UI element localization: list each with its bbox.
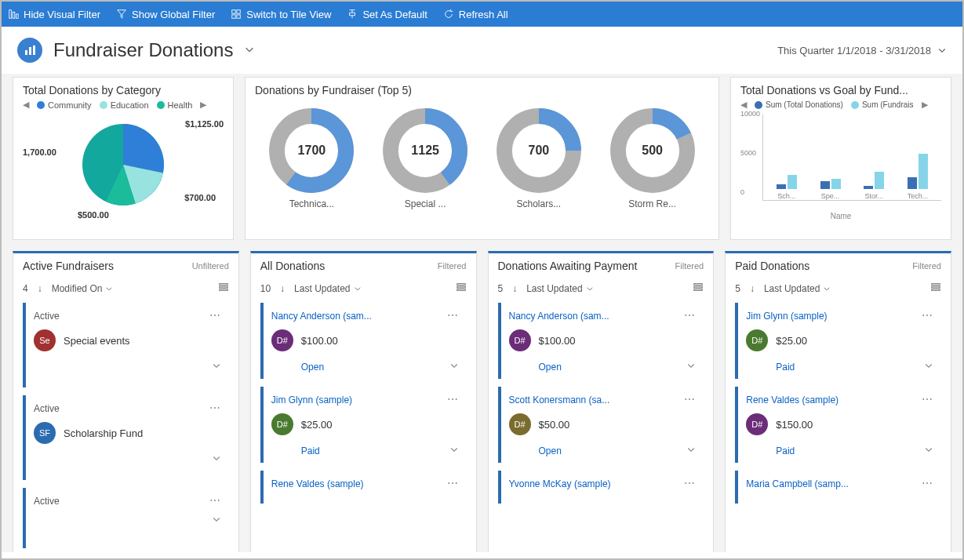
card-title: Total Donations by Category <box>23 84 224 96</box>
donor-link[interactable]: Maria Campbell (samp... <box>746 478 933 489</box>
grid-icon <box>231 9 242 20</box>
chevron-down-icon[interactable] <box>212 361 221 373</box>
legend-next[interactable]: ▶ <box>922 100 928 110</box>
more-icon[interactable]: ⋯ <box>447 477 459 489</box>
view-toggle-icon[interactable] <box>218 282 229 295</box>
svg-rect-20 <box>220 286 228 288</box>
chevron-down-icon[interactable] <box>686 445 696 456</box>
list-item[interactable]: ⋯ Active <box>23 488 227 548</box>
more-icon[interactable]: ⋯ <box>209 402 221 414</box>
donor-link[interactable]: Jim Glynn (sample) <box>271 395 459 405</box>
donor-link[interactable]: Jim Glynn (sample) <box>746 311 933 322</box>
filter-state: Filtered <box>438 261 467 271</box>
svg-rect-3 <box>232 10 235 13</box>
view-toggle-icon[interactable] <box>693 282 704 295</box>
amount: $150.00 <box>776 419 813 431</box>
list-item[interactable]: ⋯ Yvonne McKay (sample) <box>498 471 703 504</box>
bar-label: Tech... <box>908 192 929 200</box>
list-item[interactable]: ⋯ Rene Valdes (sample) D# $150.00 Paid <box>735 387 940 463</box>
sort-arrow-icon[interactable]: ↓ <box>38 283 42 294</box>
list-body: ⋯ Nancy Anderson (sam... D# $100.00 Open… <box>498 303 704 548</box>
bar-label: Sch... <box>777 192 795 200</box>
card-donations-by-category[interactable]: Total Donations by Category ◀ Community … <box>13 77 234 240</box>
state-link[interactable]: Paid <box>746 445 795 456</box>
card-donations-by-fundraiser[interactable]: Donations by Fundraiser (Top 5) 1700 Tec… <box>245 77 719 240</box>
list-item[interactable]: ⋯ Nancy Anderson (sam... D# $100.00 Open <box>498 303 703 379</box>
donor-link[interactable]: Yvonne McKay (sample) <box>509 478 697 489</box>
date-range-picker[interactable]: This Quarter 1/1/2018 - 3/31/2018 <box>777 45 947 56</box>
refresh-all-button[interactable]: Refresh All <box>443 9 508 20</box>
more-icon[interactable]: ⋯ <box>447 393 459 405</box>
count: 5 <box>498 283 504 294</box>
chevron-down-icon[interactable] <box>449 445 459 456</box>
chevron-down-icon <box>586 285 594 293</box>
x-axis-label: Name <box>740 212 941 220</box>
chevron-down-icon[interactable] <box>686 361 696 373</box>
sort-arrow-icon[interactable]: ↓ <box>512 283 517 294</box>
donor-link[interactable]: Nancy Anderson (sam... <box>509 311 697 322</box>
pie-chart: $1,125.00 $700.00 $500.00 1,700.00 <box>23 110 224 220</box>
legend-prev[interactable]: ◀ <box>740 100 747 110</box>
sort-button[interactable]: Last Updated <box>526 283 593 294</box>
more-icon[interactable]: ⋯ <box>922 477 933 489</box>
donor-link[interactable]: Nancy Anderson (sam... <box>271 311 459 322</box>
fundraiser-name: Scholarship Fund <box>64 427 143 439</box>
more-icon[interactable]: ⋯ <box>684 309 696 322</box>
sort-button[interactable]: Modified On <box>52 283 114 294</box>
more-icon[interactable]: ⋯ <box>209 309 221 322</box>
donor-link[interactable]: Rene Valdes (sample) <box>271 478 459 489</box>
sort-arrow-icon[interactable]: ↓ <box>750 283 755 294</box>
sort-button[interactable]: Last Updated <box>764 283 831 294</box>
sort-arrow-icon[interactable]: ↓ <box>280 283 285 294</box>
list-item[interactable]: ⋯ Jim Glynn (sample) D# $25.00 Paid <box>260 387 465 463</box>
list-item[interactable]: ⋯ Rene Valdes (sample) <box>260 471 465 504</box>
donut[interactable]: 700 Scholars... <box>496 107 582 209</box>
list-item[interactable]: ⋯ Scott Konersmann (sa... D# $50.00 Open <box>498 387 703 463</box>
page-title: Fundraiser Donations <box>53 39 233 61</box>
list-title: Active Fundraisers <box>23 260 114 272</box>
donor-link[interactable]: Scott Konersmann (sa... <box>509 395 697 405</box>
card-donations-vs-goal[interactable]: Total Donations vs Goal by Fund... ◀ Sum… <box>730 77 951 240</box>
label: Hide Visual Filter <box>24 9 100 20</box>
list-title: All Donations <box>260 260 326 272</box>
donut-caption: Special ... <box>405 198 446 209</box>
donut[interactable]: 1700 Technica... <box>268 107 355 209</box>
more-icon[interactable]: ⋯ <box>684 393 696 405</box>
state-link[interactable]: Open <box>271 362 324 373</box>
tile-view-button[interactable]: Switch to Tile View <box>231 9 331 20</box>
filter-state: Unfiltered <box>192 261 229 271</box>
chevron-down-icon[interactable] <box>212 453 221 465</box>
state-link[interactable]: Open <box>509 445 562 456</box>
view-toggle-icon[interactable] <box>930 282 941 295</box>
donut[interactable]: 500 Storm Re... <box>609 107 696 209</box>
chevron-down-icon[interactable] <box>449 361 459 373</box>
list-item[interactable]: ⋯ Maria Campbell (samp... <box>735 471 940 504</box>
more-icon[interactable]: ⋯ <box>447 309 459 322</box>
list-item[interactable]: ⋯ Active SF Scholarship Fund <box>23 395 227 480</box>
svg-rect-23 <box>457 286 465 288</box>
more-icon[interactable]: ⋯ <box>922 393 933 405</box>
more-icon[interactable]: ⋯ <box>922 309 933 322</box>
hide-visual-filter-button[interactable]: Hide Visual Filter <box>8 9 100 20</box>
donut[interactable]: 1125 Special ... <box>382 107 468 209</box>
list-item[interactable]: ⋯ Jim Glynn (sample) D# $25.00 Paid <box>735 303 940 379</box>
title-dropdown[interactable] <box>244 44 255 57</box>
list-item[interactable]: ⋯ Nancy Anderson (sam... D# $100.00 Open <box>260 303 465 379</box>
avatar: D# <box>271 413 293 435</box>
more-icon[interactable]: ⋯ <box>209 494 221 507</box>
chevron-down-icon[interactable] <box>924 445 933 456</box>
donor-link[interactable]: Rene Valdes (sample) <box>746 395 933 405</box>
state-link[interactable]: Paid <box>746 362 795 373</box>
more-icon[interactable]: ⋯ <box>684 477 696 489</box>
chevron-down-icon[interactable] <box>924 361 933 373</box>
state-link[interactable]: Open <box>509 362 562 373</box>
show-global-filter-button[interactable]: Show Global Filter <box>116 9 215 20</box>
state-link[interactable]: Paid <box>271 445 320 456</box>
list-item[interactable]: ⋯ Active Se Special events <box>23 303 227 387</box>
legend-prev[interactable]: ◀ <box>23 100 29 110</box>
legend-next[interactable]: ▶ <box>200 100 206 110</box>
chevron-down-icon[interactable] <box>212 515 221 526</box>
set-default-button[interactable]: Set As Default <box>347 9 427 20</box>
sort-button[interactable]: Last Updated <box>294 283 361 294</box>
view-toggle-icon[interactable] <box>456 282 467 295</box>
